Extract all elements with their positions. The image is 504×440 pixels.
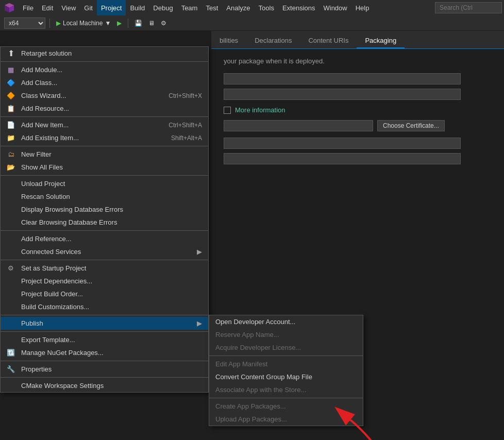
tab-packaging[interactable]: Packaging — [357, 33, 405, 48]
add-reference-label: Add Reference... — [21, 235, 72, 243]
package-display-name-input[interactable] — [224, 89, 461, 100]
menu-show-all-files[interactable]: 📂 Show All Files — [1, 161, 208, 174]
menu-connected-services[interactable]: Connected Services ▶ — [1, 245, 208, 258]
more-info-link[interactable]: More information — [235, 106, 285, 114]
separator-6 — [1, 260, 208, 260]
add-module-label: Add Module... — [21, 66, 62, 74]
menu-add-existing-item[interactable]: 📁 Add Existing Item... Shift+Alt+A — [1, 131, 208, 144]
menu-add-class[interactable]: 🔷 Add Class... — [1, 76, 208, 89]
menu-add-resource[interactable]: 📋 Add Resource... — [1, 102, 208, 115]
menu-tools[interactable]: Tools — [255, 0, 278, 15]
menu-help[interactable]: Help — [351, 0, 374, 15]
tab-capabilities[interactable]: bilities — [211, 33, 246, 48]
menubar: File Edit View Git Project Build Debug T… — [0, 0, 504, 15]
submenu-open-developer[interactable]: Open Developer Account... — [209, 315, 363, 328]
add-new-item-shortcut: Ctrl+Shift+A — [169, 122, 202, 129]
tab-content-uris[interactable]: Content URIs — [300, 33, 357, 48]
package-name-input[interactable] — [224, 73, 461, 84]
create-app-packages-label: Create App Packages... — [215, 402, 286, 410]
save-icon: 💾 — [135, 20, 142, 27]
settings-button[interactable]: ⚙ — [159, 19, 169, 28]
choose-cert-button[interactable]: Choose Certificate... — [377, 120, 445, 131]
submenu-edit-app-manifest: Edit App Manifest — [209, 358, 363, 370]
separator-1 — [1, 61, 208, 62]
menu-project-build-order[interactable]: Project Build Order... — [1, 287, 208, 300]
submenu-reserve-app-name: Reserve App Name... — [209, 328, 363, 341]
platform-selector[interactable]: x64 x86 ARM — [4, 18, 45, 29]
menu-manage-nuget[interactable]: 🔃 Manage NuGet Packages... — [1, 346, 208, 359]
menu-new-filter[interactable]: 🗂 New Filter — [1, 148, 208, 161]
menu-extensions[interactable]: Extensions — [278, 0, 320, 15]
app-logo — [2, 1, 16, 15]
continue-button[interactable]: ▶ — [115, 19, 124, 28]
open-developer-label: Open Developer Account... — [215, 318, 295, 326]
publisher-display-name-input[interactable] — [224, 138, 461, 149]
continue-icon: ▶ — [117, 20, 122, 27]
menu-publish[interactable]: Publish ▶ — [1, 317, 208, 330]
settings-icon: ⚙ — [161, 20, 166, 27]
menu-retarget-solution[interactable]: ⬆ Retarget solution — [1, 47, 208, 60]
separator-9 — [1, 361, 208, 361]
submenu-acquire-developer: Acquire Developer License... — [209, 341, 363, 354]
upload-app-packages-label: Upload App Packages... — [215, 415, 287, 423]
package-family-name-input[interactable] — [224, 153, 461, 164]
add-existing-item-label: Add Existing Item... — [21, 134, 79, 142]
menu-project[interactable]: Project — [97, 0, 126, 15]
menu-debug[interactable]: Debug — [149, 0, 177, 15]
menu-edit[interactable]: Edit — [38, 0, 57, 15]
menu-view[interactable]: View — [57, 0, 80, 15]
separator-8 — [1, 331, 208, 332]
add-existing-item-icon: 📁 — [5, 134, 17, 142]
menu-project-dependencies[interactable]: Project Dependencies... — [1, 275, 208, 287]
menu-export-template[interactable]: Export Template... — [1, 333, 208, 346]
cert-input[interactable] — [224, 120, 373, 131]
menu-add-new-item[interactable]: 📄 Add New Item... Ctrl+Shift+A — [1, 119, 208, 131]
toolbar-separator-2 — [128, 19, 128, 28]
menu-rescan-solution[interactable]: Rescan Solution — [1, 190, 208, 203]
device-icon: 🖥 — [148, 20, 155, 27]
menu-cmake-workspace[interactable]: CMake Workspace Settings — [1, 379, 208, 392]
menu-test[interactable]: Test — [201, 0, 222, 15]
properties-label: Properties — [21, 365, 52, 373]
show-all-files-label: Show All Files — [21, 163, 63, 171]
menu-file[interactable]: File — [19, 0, 38, 15]
menu-add-module[interactable]: ▦ Add Module... — [1, 63, 208, 76]
menu-analyze[interactable]: Analyze — [222, 0, 254, 15]
add-resource-icon: 📋 — [5, 105, 17, 112]
submenu-convert-content[interactable]: Convert Content Group Map File — [209, 370, 363, 383]
connected-services-arrow-icon: ▶ — [197, 248, 202, 256]
rescan-solution-label: Rescan Solution — [21, 193, 70, 200]
run-button[interactable]: ▶ Local Machine ▼ — [54, 19, 113, 28]
separator-10 — [1, 377, 208, 378]
menu-display-browsing-errors[interactable]: Display Browsing Database Errors — [1, 203, 208, 216]
publish-submenu: Open Developer Account... Reserve App Na… — [209, 315, 363, 426]
set-startup-icon: ⚙ — [5, 264, 17, 272]
content-description: your package when it is deployed. — [224, 57, 492, 65]
menu-git[interactable]: Git — [80, 0, 97, 15]
publish-label: Publish — [21, 319, 43, 327]
menu-properties[interactable]: 🔧 Properties — [1, 363, 208, 376]
test-checkbox[interactable] — [224, 107, 231, 114]
search-input[interactable] — [435, 2, 502, 13]
submenu-create-app-packages: Create App Packages... — [209, 400, 363, 413]
device-button[interactable]: 🖥 — [146, 19, 157, 28]
submenu-upload-app-packages: Upload App Packages... — [209, 413, 363, 426]
menu-window[interactable]: Window — [319, 0, 351, 15]
dropdown-arrow-icon: ▼ — [105, 20, 111, 27]
project-build-order-label: Project Build Order... — [21, 290, 83, 298]
checkbox-row: More information — [224, 106, 492, 114]
menu-team[interactable]: Team — [177, 0, 202, 15]
menu-set-startup[interactable]: ⚙ Set as Startup Project — [1, 262, 208, 275]
display-browsing-errors-label: Display Browsing Database Errors — [21, 206, 123, 213]
save-files-button[interactable]: 💾 — [132, 19, 144, 28]
menu-class-wizard[interactable]: 🔶 Class Wizard... Ctrl+Shift+X — [1, 89, 208, 102]
play-icon: ▶ — [56, 20, 61, 27]
menu-build[interactable]: Build — [126, 0, 149, 15]
menu-unload-project[interactable]: Unload Project — [1, 177, 208, 190]
tab-declarations[interactable]: Declarations — [246, 33, 300, 48]
menu-clear-browsing-errors[interactable]: Clear Browsing Database Errors — [1, 216, 208, 229]
menu-add-reference[interactable]: Add Reference... — [1, 232, 208, 245]
add-class-icon: 🔷 — [5, 79, 17, 87]
build-customizations-label: Build Customizations... — [21, 303, 89, 311]
menu-build-customizations[interactable]: Build Customizations... — [1, 300, 208, 313]
